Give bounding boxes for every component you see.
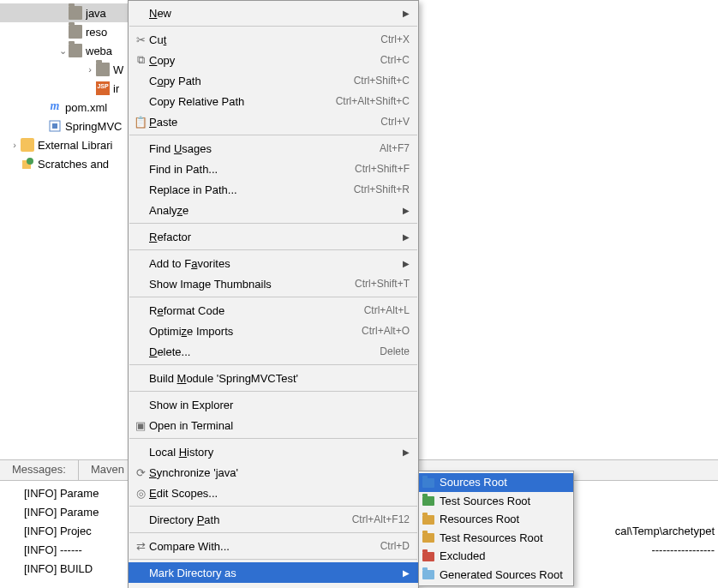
tree-label: SpringMVC [65,120,122,133]
jsp-file-icon: JSP [96,81,110,95]
tree-item-webapp[interactable]: ⌄weba [0,41,132,60]
shortcut: Ctrl+Shift+R [354,183,410,195]
shortcut: Ctrl+D [380,540,410,552]
shortcut: Ctrl+Alt+L [364,304,410,316]
menu-add-to-favorites[interactable]: Add to Favorites▶ [129,253,418,273]
submenu-test-sources-root[interactable]: Test Sources Root [419,492,573,511]
tree-item-iml[interactable]: SpringMVC [0,117,132,135]
caret-right-icon[interactable]: › [84,64,96,75]
shortcut: Ctrl+X [380,33,410,45]
menu-new[interactable]: New▶ [129,3,418,23]
submenu-label: Resources Root [440,513,519,525]
shortcut: Alt+F7 [380,142,410,154]
tree-item-resources[interactable]: reso [0,22,132,41]
tree-label: java [86,7,106,20]
menu-mark-directory-as[interactable]: Mark Directory as▶ [129,562,418,583]
library-icon [21,138,34,152]
submenu-label: Generated Sources Root [440,568,563,581]
caret-right-icon[interactable]: › [9,140,21,150]
folder-yellow-icon [422,531,440,543]
folder-blue-icon [422,477,440,489]
shortcut: Ctrl+Shift+T [355,278,410,290]
folder-icon [69,44,82,57]
tree-item-scratches[interactable]: Scratches and [0,154,132,173]
menu-label: Open in Terminal [149,419,410,432]
menu-refactor[interactable]: Refactor▶ [129,226,418,247]
menu-label: Show Image Thumbnails [149,278,355,291]
menu-show-in-explorer[interactable]: Show in Explorer [129,394,418,415]
menu-replace-in-path[interactable]: Replace in Path...Ctrl+Shift+R [129,179,418,200]
iml-file-icon [48,119,62,133]
terminal-icon: ▣ [132,419,149,432]
tree-item-java[interactable]: java [0,3,132,22]
menu-build-module[interactable]: Build Module 'SpringMVCTest' [129,368,418,388]
tree-label: pom.xml [65,101,107,114]
menu-label: Mark Directory as [149,567,401,579]
copy-icon: ⧉ [132,53,149,67]
submenu-resources-root[interactable]: Resources Root [419,510,573,529]
menu-reformat-code[interactable]: Reformat CodeCtrl+Alt+L [129,300,418,321]
mark-directory-submenu[interactable]: Sources Root Test Sources Root Resources… [418,471,574,586]
tree-item-index-jsp[interactable]: JSPir [0,79,132,98]
submenu-label: Sources Root [440,476,507,489]
menu-optimize-imports[interactable]: Optimize ImportsCtrl+Alt+O [129,321,418,341]
submenu-label: Excluded [440,549,485,562]
submenu-generated-sources-root[interactable]: Generated Sources Root [419,566,573,585]
tree-label: weba [86,45,112,57]
folder-icon [96,63,110,76]
folder-lightblue-icon [422,568,440,580]
menu-label: Copy Relative Path [149,95,336,108]
menu-show-image-thumbnails[interactable]: Show Image ThumbnailsCtrl+Shift+T [129,273,418,294]
tree-item-webinf[interactable]: ›W [0,60,132,79]
folder-red-icon [422,550,440,562]
menu-local-history[interactable]: Local History▶ [129,441,418,462]
folder-yellow-icon [422,513,440,525]
compare-icon: ⇄ [132,540,149,553]
menu-open-in-terminal[interactable]: ▣Open in Terminal [129,415,418,435]
tree-item-external-libs[interactable]: ›External Librari [0,135,132,154]
submenu-test-resources-root[interactable]: Test Resources Root [419,529,573,548]
maven-icon: m [48,100,62,114]
menu-edit-scopes[interactable]: ◎Edit Scopes... [129,483,418,503]
menu-copy-path[interactable]: Copy PathCtrl+Shift+C [129,70,418,91]
tree-label: ir [113,82,119,95]
menu-remove-bom[interactable]: Remove BOM [129,583,418,588]
menu-synchronize[interactable]: ⟳Synchronize 'java' [129,462,418,483]
menu-directory-path[interactable]: Directory PathCtrl+Alt+F12 [129,509,418,530]
shortcut: Ctrl+Alt+F12 [352,513,410,525]
scope-icon: ◎ [132,487,149,500]
submenu-sources-root[interactable]: Sources Root [419,473,573,492]
menu-analyze[interactable]: Analyze▶ [129,200,418,220]
tree-label: W [113,63,123,76]
submenu-excluded[interactable]: Excluded [419,547,573,566]
cut-icon: ✂ [132,33,149,46]
shortcut: Delete [380,345,410,357]
menu-label: Find in Path... [149,163,355,176]
menu-delete[interactable]: Delete...Delete [129,341,418,362]
svg-point-3 [27,158,33,165]
folder-icon [69,25,82,39]
menu-label: Show in Explorer [149,399,410,411]
shortcut: Ctrl+Shift+F [355,163,410,175]
context-menu[interactable]: New▶ ✂CutCtrl+X ⧉CopyCtrl+C Copy PathCtr… [128,0,419,588]
folder-icon [69,6,82,20]
shortcut: Ctrl+C [380,54,410,66]
menu-copy[interactable]: ⧉CopyCtrl+C [129,50,418,70]
menu-find-in-path[interactable]: Find in Path...Ctrl+Shift+F [129,159,418,179]
folder-green-icon [422,495,440,507]
submenu-label: Test Sources Root [440,495,530,507]
shortcut: Ctrl+Alt+O [362,325,410,337]
shortcut: Ctrl+Shift+C [354,75,410,87]
menu-compare-with[interactable]: ⇄Compare With...Ctrl+D [129,536,418,556]
shortcut: Ctrl+Alt+Shift+C [336,95,410,107]
caret-down-icon[interactable]: ⌄ [57,45,69,57]
menu-find-usages[interactable]: Find UsagesAlt+F7 [129,138,418,159]
menu-copy-relative-path[interactable]: Copy Relative PathCtrl+Alt+Shift+C [129,91,418,111]
tree-label: reso [86,26,107,39]
shortcut: Ctrl+V [380,116,410,128]
tab-messages[interactable]: Messages: [0,460,79,480]
menu-label: Replace in Path... [149,183,354,196]
menu-cut[interactable]: ✂CutCtrl+X [129,29,418,50]
tree-item-pom[interactable]: mpom.xml [0,98,132,117]
menu-paste[interactable]: 📋PasteCtrl+V [129,111,418,132]
